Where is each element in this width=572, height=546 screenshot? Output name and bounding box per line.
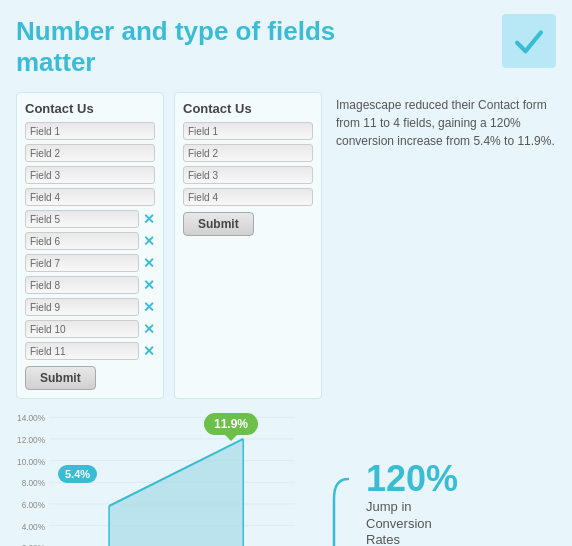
field-row: Field 7✕ [25, 254, 155, 272]
field-label: Field 3 [25, 166, 155, 184]
page-title: Number and type of fields matter [16, 16, 356, 78]
form-left: Contact Us Field 1Field 2Field 3Field 4F… [16, 92, 164, 399]
middle-row: Contact Us Field 1Field 2Field 3Field 4F… [16, 92, 556, 399]
form-left-submit[interactable]: Submit [25, 366, 96, 390]
field-label: Field 4 [183, 188, 313, 206]
remove-field-icon[interactable]: ✕ [143, 344, 155, 358]
field-row: Field 3 [183, 166, 313, 184]
field-label: Field 11 [25, 342, 139, 360]
field-label: Field 4 [25, 188, 155, 206]
remove-field-icon[interactable]: ✕ [143, 322, 155, 336]
field-label: Field 9 [25, 298, 139, 316]
svg-text:12.00%: 12.00% [17, 436, 46, 445]
field-label: Field 8 [25, 276, 139, 294]
svg-text:10.00%: 10.00% [17, 458, 46, 467]
field-row: Field 10✕ [25, 320, 155, 338]
field-row: Field 1 [183, 122, 313, 140]
page-container: Number and type of fields matter Contact… [0, 0, 572, 546]
field-row: Field 2 [183, 144, 313, 162]
field-label: Field 7 [25, 254, 139, 272]
badge-low: 5.4% [58, 465, 97, 483]
field-label: Field 5 [25, 210, 139, 228]
brace-icon [330, 469, 350, 546]
field-label: Field 1 [183, 122, 313, 140]
field-row: Field 5✕ [25, 210, 155, 228]
form-right-submit[interactable]: Submit [183, 212, 254, 236]
remove-field-icon[interactable]: ✕ [143, 300, 155, 314]
field-row: Field 4 [183, 188, 313, 206]
svg-text:4.00%: 4.00% [22, 523, 46, 532]
svg-marker-16 [109, 439, 243, 546]
remove-field-icon[interactable]: ✕ [143, 212, 155, 226]
field-label: Field 10 [25, 320, 139, 338]
field-label: Field 2 [25, 144, 155, 162]
field-label: Field 3 [183, 166, 313, 184]
field-row: Field 1 [25, 122, 155, 140]
jump-info: 120% Jump inConversionRates [356, 461, 458, 546]
field-row: Field 3 [25, 166, 155, 184]
field-row: Field 2 [25, 144, 155, 162]
svg-text:8.00%: 8.00% [22, 480, 46, 489]
field-row: Field 11✕ [25, 342, 155, 360]
field-label: Field 1 [25, 122, 155, 140]
form-right: Contact Us Field 1Field 2Field 3Field 4 … [174, 92, 322, 399]
jump-label: Jump inConversionRates [366, 499, 432, 546]
field-row: Field 9✕ [25, 298, 155, 316]
svg-text:6.00%: 6.00% [22, 501, 46, 510]
remove-field-icon[interactable]: ✕ [143, 278, 155, 292]
right-fields-container: Field 1Field 2Field 3Field 4 [183, 122, 313, 206]
form-left-title: Contact Us [25, 101, 155, 116]
field-row: Field 4 [25, 188, 155, 206]
checkmark-box [502, 14, 556, 68]
field-row: Field 8✕ [25, 276, 155, 294]
chart-container: 5.4% 11.9% 14.00% 12.00% 10.00% 8.00% 6.… [16, 409, 326, 546]
jump-percent: 120% [366, 461, 458, 497]
description-text: Imagescape reduced their Contact form fr… [332, 92, 556, 399]
svg-text:14.00%: 14.00% [17, 415, 46, 424]
field-label: Field 6 [25, 232, 139, 250]
remove-field-icon[interactable]: ✕ [143, 234, 155, 248]
left-fields-container: Field 1Field 2Field 3Field 4Field 5✕Fiel… [25, 122, 155, 360]
badge-high: 11.9% [204, 413, 258, 435]
checkmark-icon [512, 24, 546, 58]
chart-area: 5.4% 11.9% 14.00% 12.00% 10.00% 8.00% 6.… [16, 409, 556, 546]
field-label: Field 2 [183, 144, 313, 162]
field-row: Field 6✕ [25, 232, 155, 250]
remove-field-icon[interactable]: ✕ [143, 256, 155, 270]
form-right-title: Contact Us [183, 101, 313, 116]
